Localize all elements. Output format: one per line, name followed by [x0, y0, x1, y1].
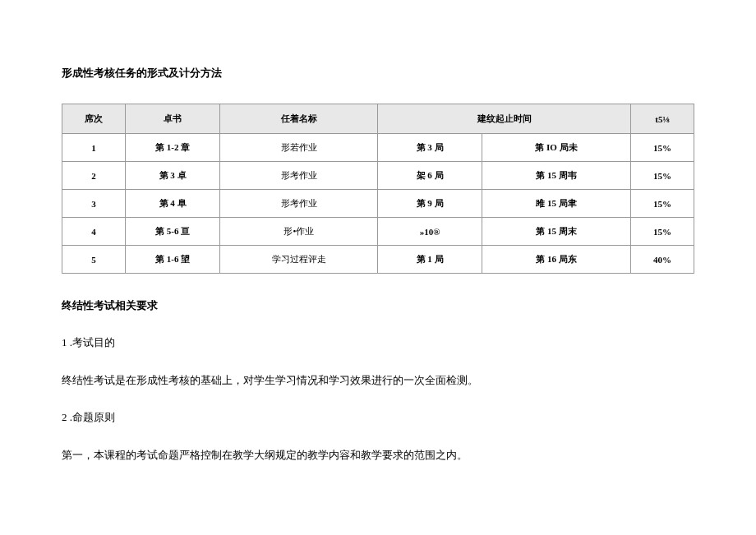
- cell: 形•作业: [220, 218, 378, 246]
- section-heading: 终结性考试相关要求: [62, 298, 694, 313]
- cell: 4: [62, 218, 126, 246]
- cell: 第 3 局: [378, 134, 482, 162]
- cell: 第 1-2 章: [125, 134, 219, 162]
- paragraph: 终结性考试是在形成性考核的基础上，对学生学习情况和学习效果进行的一次全面检测。: [62, 372, 694, 389]
- cell: 第 5-6 亘: [125, 218, 219, 246]
- cell: 15%: [631, 162, 694, 190]
- table-row: 1 第 1-2 章 形若作业 第 3 局 第 IO 局未 15%: [62, 134, 694, 162]
- col-header-3: 任着名标: [220, 104, 378, 134]
- cell: 形考作业: [220, 162, 378, 190]
- assessment-table: 席次 卓书 任着名标 建纹起止时间 t5⅛ 1 第 1-2 章 形若作业 第 3…: [62, 104, 694, 274]
- col-header-5: t5⅛: [631, 104, 694, 134]
- col-header-1: 席次: [62, 104, 126, 134]
- cell: 40%: [631, 246, 694, 274]
- cell: 第 1-6 望: [125, 246, 219, 274]
- cell: 第 16 局东: [482, 246, 630, 274]
- cell: 雎 15 局聿: [482, 190, 630, 218]
- cell: 形若作业: [220, 134, 378, 162]
- header-row: 席次 卓书 任着名标 建纹起止时间 t5⅛: [62, 104, 694, 134]
- cell: 架 6 局: [378, 162, 482, 190]
- cell: 2: [62, 162, 126, 190]
- cell: 15%: [631, 134, 694, 162]
- cell: 3: [62, 190, 126, 218]
- cell: 第 4 阜: [125, 190, 219, 218]
- cell: »10®: [378, 218, 482, 246]
- cell: 第 15 周末: [482, 218, 630, 246]
- cell: 第 1 局: [378, 246, 482, 274]
- cell: 1: [62, 134, 126, 162]
- table-row: 2 第 3 卓 形考作业 架 6 局 第 15 周韦 15%: [62, 162, 694, 190]
- cell: 15%: [631, 190, 694, 218]
- main-heading: 形成性考核任务的形式及计分方法: [62, 66, 694, 81]
- cell: 学习过程评走: [220, 246, 378, 274]
- paragraph: 1 .考试目的: [62, 334, 694, 351]
- paragraph: 第一，本课程的考试命题严格控制在教学大纲规定的教学内容和教学要求的范围之内。: [62, 447, 694, 464]
- cell: 第 IO 局未: [482, 134, 630, 162]
- cell: 第 9 局: [378, 190, 482, 218]
- paragraph: 2 .命题原则: [62, 409, 694, 426]
- cell: 5: [62, 246, 126, 274]
- col-header-4: 建纹起止时间: [378, 104, 631, 134]
- table-row: 3 第 4 阜 形考作业 第 9 局 雎 15 局聿 15%: [62, 190, 694, 218]
- table-row: 5 第 1-6 望 学习过程评走 第 1 局 第 16 局东 40%: [62, 246, 694, 274]
- table-row: 4 第 5-6 亘 形•作业 »10® 第 15 周末 15%: [62, 218, 694, 246]
- cell: 第 15 周韦: [482, 162, 630, 190]
- cell: 15%: [631, 218, 694, 246]
- col-header-2: 卓书: [125, 104, 219, 134]
- cell: 第 3 卓: [125, 162, 219, 190]
- cell: 形考作业: [220, 190, 378, 218]
